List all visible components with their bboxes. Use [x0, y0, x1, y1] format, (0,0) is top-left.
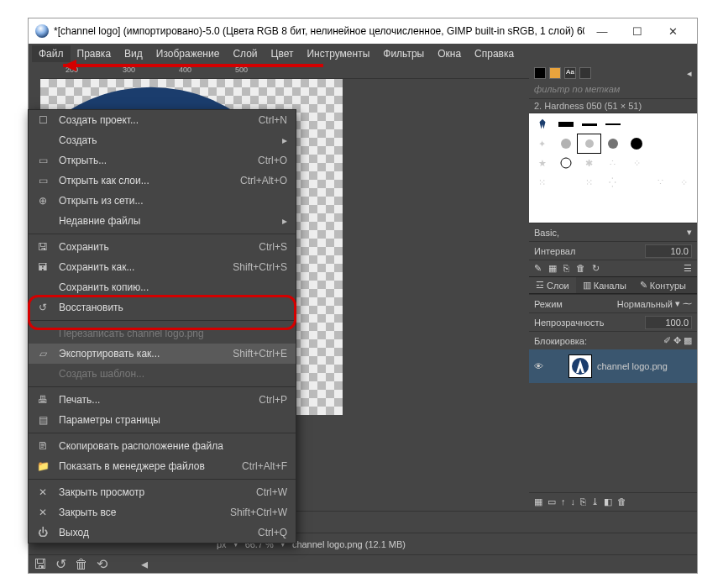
brush-filter[interactable]: фильтр по меткам	[529, 82, 697, 99]
menu-item[interactable]: ▭Открыть как слои...Ctrl+Alt+O	[29, 171, 296, 191]
menu-item: Перезаписать channel logo.png	[29, 323, 296, 344]
tab-channels[interactable]: ▥ Каналы	[576, 277, 633, 293]
menu-item[interactable]: Сохранить копию...	[29, 277, 296, 297]
edit-icon[interactable]: ✎	[534, 263, 542, 274]
delete-icon[interactable]: 🗑	[576, 263, 585, 274]
menu-tools[interactable]: Инструменты	[300, 45, 376, 62]
menu-item[interactable]: ⊕Открыть из сети...	[29, 191, 296, 211]
lock-position-icon[interactable]: ✥	[673, 335, 681, 346]
interval-label: Интервал	[534, 246, 645, 256]
submenu-arrow-icon: ▸	[282, 215, 287, 227]
menu-item[interactable]: 🖫СохранитьCtrl+S	[29, 237, 296, 257]
layer-mode: Режим Нормальный ▾ ⁓	[529, 294, 697, 312]
menu-color[interactable]: Цвет	[265, 45, 301, 62]
brush-preset[interactable]: Basic,▾	[529, 223, 697, 241]
duplicate-layer-icon[interactable]: ⎘	[580, 496, 586, 507]
bottom-icon-row: 🖫 ↺ 🗑 ⟲ ◂	[29, 554, 697, 573]
tab-paths[interactable]: ✎ Контуры	[633, 277, 693, 293]
menu-item[interactable]: ↺Восстановить	[29, 297, 296, 318]
menu-edit[interactable]: Правка	[71, 45, 118, 62]
new-icon[interactable]: ▦	[548, 263, 557, 274]
tab-layers[interactable]: ☲ Слои	[529, 277, 576, 293]
opacity-input[interactable]	[645, 316, 692, 329]
layer-opacity: Непрозрачность	[529, 312, 697, 331]
menu-filters[interactable]: Фильтры	[376, 45, 431, 62]
brush-grid[interactable]: ✦ ★ ✱ ∴ ⁘ ⁙⁙⁛ ∵⁘	[529, 113, 697, 223]
visibility-icon[interactable]: 👁	[534, 361, 543, 371]
menu-item-icon: 🖹	[35, 440, 50, 452]
menu-layer[interactable]: Слой	[226, 45, 264, 62]
menu-item[interactable]: 🖬Сохранить как...Shift+Ctrl+S	[29, 257, 296, 277]
panel-menu-icon[interactable]: ◂	[687, 68, 692, 79]
menu-item[interactable]: ▭Открыть...Ctrl+O	[29, 150, 296, 171]
tab-icon[interactable]	[549, 67, 561, 79]
minimize-button[interactable]: —	[584, 19, 620, 43]
delete-layer-icon[interactable]: 🗑	[617, 496, 626, 507]
layer-group-icon[interactable]: ▭	[547, 496, 556, 507]
menu-item-label: Сохранить как...	[59, 261, 233, 273]
maximize-button[interactable]: ☐	[620, 19, 655, 43]
layers-tabs: ☲ Слои ▥ Каналы ✎ Контуры	[529, 276, 697, 294]
lock-label: Блокировка:	[534, 336, 663, 346]
merge-down-icon[interactable]: ⤓	[591, 496, 599, 507]
tab-icon[interactable]	[579, 67, 591, 79]
menu-item-shortcut: Ctrl+Q	[258, 527, 287, 538]
menu-item-label: Сохранить копию...	[59, 281, 287, 293]
menu-item-shortcut: Ctrl+N	[259, 114, 287, 126]
layer-item[interactable]: 👁 channel logo.png	[529, 349, 697, 383]
menu-item[interactable]: 🖶Печать...Ctrl+P	[29, 390, 296, 410]
mode-label: Режим	[534, 299, 617, 309]
brush-action-icons: ✎ ▦ ⎘ 🗑 ↻ ☰	[529, 260, 697, 276]
menu-icon[interactable]: ☰	[684, 263, 692, 274]
tab-icon[interactable]	[534, 67, 546, 79]
brush-panel-tabs: Aa ◂	[529, 64, 697, 82]
file-menu-dropdown: ☐Создать проект...Ctrl+NСоздать▸▭Открыть…	[28, 109, 296, 543]
menu-item[interactable]: ⏻ВыходCtrl+Q	[29, 522, 296, 543]
menu-file[interactable]: Файл	[32, 45, 71, 62]
menu-item[interactable]: 📁Показать в менеджере файловCtrl+Alt+F	[29, 456, 296, 476]
menu-view[interactable]: Вид	[118, 45, 149, 62]
lock-pixels-icon[interactable]: ✐	[663, 335, 671, 346]
titlebar: *[channel logo] (импортировано)-5.0 (Цве…	[29, 18, 697, 44]
svg-point-10	[585, 139, 594, 148]
menu-item-label: Скопировать расположение файла	[59, 440, 287, 452]
menu-item-icon: 🖬	[35, 261, 50, 273]
menu-item[interactable]: ✕Закрыть всеShift+Ctrl+W	[29, 502, 296, 522]
menu-item[interactable]: ☐Создать проект...Ctrl+N	[29, 110, 296, 130]
tab-icon[interactable]: Aa	[564, 67, 576, 79]
menu-windows[interactable]: Окна	[431, 45, 468, 62]
menu-item-label: Сохранить	[59, 241, 259, 253]
menu-item[interactable]: Недавние файлы▸	[29, 211, 296, 231]
menu-item[interactable]: ✕Закрыть просмотрCtrl+W	[29, 482, 296, 502]
mode-select[interactable]: Нормальный	[617, 299, 673, 309]
menu-item[interactable]: ▤Параметры страницы	[29, 410, 296, 430]
menu-item[interactable]: 🖹Скопировать расположение файла	[29, 436, 296, 456]
menu-item-icon: ▭	[35, 155, 50, 166]
delete-icon[interactable]: 🗑	[75, 557, 88, 572]
save-icon[interactable]: 🖫	[34, 557, 47, 572]
raise-layer-icon[interactable]: ↑	[561, 496, 566, 507]
menu-image[interactable]: Изображение	[149, 45, 227, 62]
workarea: 200 300 400 500	[29, 64, 697, 511]
menu-item-label: Закрыть все	[59, 507, 230, 518]
gimp-window: *[channel logo] (импортировано)-5.0 (Цве…	[28, 18, 698, 574]
interval-input[interactable]	[645, 244, 692, 258]
reset-icon[interactable]: ⟲	[97, 556, 107, 572]
lock-alpha-icon[interactable]: ▩	[684, 335, 692, 346]
menu-item-label: Создать	[59, 134, 282, 146]
menu-item-label: Открыть...	[59, 155, 258, 166]
menu-item[interactable]: ▱Экспортировать как...Shift+Ctrl+E	[29, 344, 296, 364]
menu-item: Создать шаблон...	[29, 364, 296, 384]
close-button[interactable]: ✕	[655, 19, 690, 43]
svg-point-11	[608, 139, 618, 149]
new-layer-icon[interactable]: ▦	[534, 496, 542, 507]
left-arrow-icon[interactable]: ◂	[141, 556, 148, 572]
duplicate-icon[interactable]: ⎘	[563, 263, 569, 274]
menu-item[interactable]: Создать▸	[29, 130, 296, 150]
menu-help[interactable]: Справка	[468, 45, 521, 62]
lower-layer-icon[interactable]: ↓	[571, 496, 576, 507]
refresh-icon[interactable]: ↻	[592, 263, 600, 274]
mask-icon[interactable]: ◧	[604, 496, 612, 507]
restore-icon[interactable]: ↺	[55, 556, 66, 572]
menu-item-shortcut: Ctrl+W	[256, 486, 287, 498]
